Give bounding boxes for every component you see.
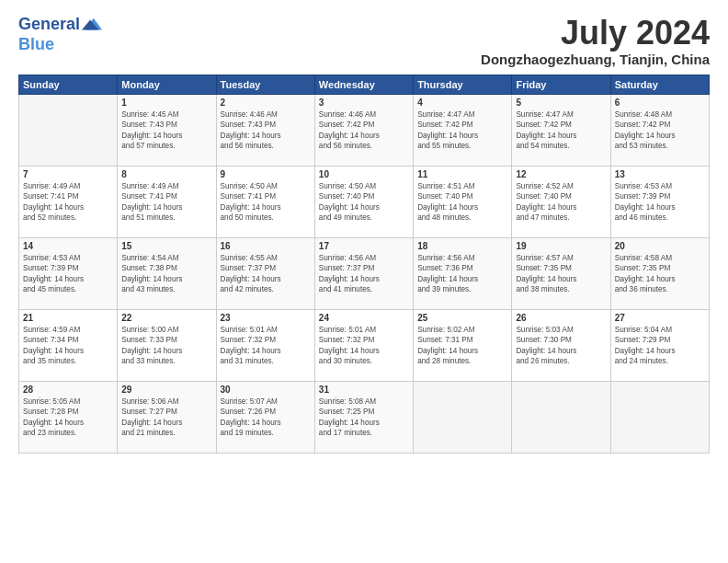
day-number: 23 — [221, 313, 311, 323]
day-header-thursday: Thursday — [414, 75, 512, 94]
calendar-cell: 19Sunrise: 4:57 AM Sunset: 7:35 PM Dayli… — [512, 237, 610, 309]
cell-content: Sunrise: 4:54 AM Sunset: 7:38 PM Dayligh… — [121, 253, 211, 295]
cell-content: Sunrise: 4:50 AM Sunset: 7:40 PM Dayligh… — [319, 181, 409, 224]
calendar-cell: 14Sunrise: 4:53 AM Sunset: 7:39 PM Dayli… — [19, 237, 118, 309]
cell-content: Sunrise: 5:05 AM Sunset: 7:28 PM Dayligh… — [23, 396, 113, 439]
cell-content: Sunrise: 4:53 AM Sunset: 7:39 PM Dayligh… — [615, 181, 705, 224]
cell-content: Sunrise: 4:46 AM Sunset: 7:43 PM Dayligh… — [221, 109, 311, 152]
cell-content: Sunrise: 4:52 AM Sunset: 7:40 PM Dayligh… — [516, 181, 606, 224]
calendar-cell: 25Sunrise: 5:02 AM Sunset: 7:31 PM Dayli… — [414, 309, 512, 381]
logo-blue: Blue — [18, 35, 102, 54]
day-header-friday: Friday — [512, 75, 610, 94]
logo-icon — [82, 15, 102, 35]
header: General Blue July 2024 Dongzhaogezhuang,… — [18, 15, 710, 67]
day-number: 3 — [319, 98, 409, 108]
calendar-cell: 13Sunrise: 4:53 AM Sunset: 7:39 PM Dayli… — [610, 166, 709, 237]
cell-content: Sunrise: 4:58 AM Sunset: 7:35 PM Dayligh… — [615, 253, 705, 295]
calendar-cell: 1Sunrise: 4:45 AM Sunset: 7:43 PM Daylig… — [118, 94, 216, 166]
week-row-5: 28Sunrise: 5:05 AM Sunset: 7:28 PM Dayli… — [19, 381, 710, 453]
cell-content: Sunrise: 4:49 AM Sunset: 7:41 PM Dayligh… — [23, 181, 113, 224]
calendar-table: SundayMondayTuesdayWednesdayThursdayFrid… — [18, 75, 710, 454]
cell-content: Sunrise: 5:08 AM Sunset: 7:25 PM Dayligh… — [319, 396, 409, 439]
cell-content: Sunrise: 4:55 AM Sunset: 7:37 PM Dayligh… — [221, 253, 311, 295]
day-number: 14 — [23, 241, 113, 251]
week-row-2: 7Sunrise: 4:49 AM Sunset: 7:41 PM Daylig… — [19, 166, 710, 237]
calendar-cell — [19, 94, 118, 166]
cell-content: Sunrise: 4:50 AM Sunset: 7:41 PM Dayligh… — [221, 181, 311, 224]
cell-content: Sunrise: 5:06 AM Sunset: 7:27 PM Dayligh… — [121, 396, 211, 439]
calendar-cell: 27Sunrise: 5:04 AM Sunset: 7:29 PM Dayli… — [610, 309, 709, 381]
calendar-cell: 7Sunrise: 4:49 AM Sunset: 7:41 PM Daylig… — [19, 166, 118, 237]
cell-content: Sunrise: 5:00 AM Sunset: 7:33 PM Dayligh… — [121, 325, 211, 367]
day-number: 27 — [615, 313, 705, 323]
day-header-monday: Monday — [118, 75, 216, 94]
calendar-cell: 22Sunrise: 5:00 AM Sunset: 7:33 PM Dayli… — [118, 309, 216, 381]
day-number: 31 — [319, 385, 409, 395]
calendar-cell: 3Sunrise: 4:46 AM Sunset: 7:42 PM Daylig… — [314, 94, 413, 166]
day-number: 28 — [23, 385, 113, 395]
calendar-cell: 17Sunrise: 4:56 AM Sunset: 7:37 PM Dayli… — [314, 237, 413, 309]
day-number: 16 — [221, 241, 311, 251]
calendar-cell: 16Sunrise: 4:55 AM Sunset: 7:37 PM Dayli… — [216, 237, 314, 309]
calendar-cell: 11Sunrise: 4:51 AM Sunset: 7:40 PM Dayli… — [414, 166, 512, 237]
day-number: 10 — [319, 169, 409, 179]
day-number: 8 — [121, 169, 211, 179]
week-row-4: 21Sunrise: 4:59 AM Sunset: 7:34 PM Dayli… — [19, 309, 710, 381]
day-number: 6 — [615, 98, 705, 108]
cell-content: Sunrise: 5:04 AM Sunset: 7:29 PM Dayligh… — [615, 325, 705, 367]
day-number: 26 — [516, 313, 606, 323]
title-block: July 2024 Dongzhaogezhuang, Tianjin, Chi… — [481, 15, 710, 67]
week-row-1: 1Sunrise: 4:45 AM Sunset: 7:43 PM Daylig… — [19, 94, 710, 166]
calendar-cell: 15Sunrise: 4:54 AM Sunset: 7:38 PM Dayli… — [118, 237, 216, 309]
cell-content: Sunrise: 4:47 AM Sunset: 7:42 PM Dayligh… — [417, 109, 507, 152]
calendar-cell: 31Sunrise: 5:08 AM Sunset: 7:25 PM Dayli… — [314, 381, 413, 453]
day-header-tuesday: Tuesday — [216, 75, 314, 94]
days-header-row: SundayMondayTuesdayWednesdayThursdayFrid… — [19, 75, 710, 94]
week-row-3: 14Sunrise: 4:53 AM Sunset: 7:39 PM Dayli… — [19, 237, 710, 309]
calendar-cell: 28Sunrise: 5:05 AM Sunset: 7:28 PM Dayli… — [19, 381, 118, 453]
day-number: 5 — [516, 98, 606, 108]
calendar-cell: 2Sunrise: 4:46 AM Sunset: 7:43 PM Daylig… — [216, 94, 314, 166]
cell-content: Sunrise: 4:53 AM Sunset: 7:39 PM Dayligh… — [23, 253, 113, 295]
day-number: 13 — [615, 169, 705, 179]
calendar-cell: 6Sunrise: 4:48 AM Sunset: 7:42 PM Daylig… — [610, 94, 709, 166]
cell-content: Sunrise: 4:49 AM Sunset: 7:41 PM Dayligh… — [121, 181, 211, 224]
calendar-cell — [414, 381, 512, 453]
day-header-saturday: Saturday — [610, 75, 709, 94]
day-number: 4 — [417, 98, 507, 108]
calendar-cell: 18Sunrise: 4:56 AM Sunset: 7:36 PM Dayli… — [414, 237, 512, 309]
calendar-cell: 10Sunrise: 4:50 AM Sunset: 7:40 PM Dayli… — [314, 166, 413, 237]
cell-content: Sunrise: 4:47 AM Sunset: 7:42 PM Dayligh… — [516, 109, 606, 152]
calendar-cell — [610, 381, 709, 453]
calendar-cell: 21Sunrise: 4:59 AM Sunset: 7:34 PM Dayli… — [19, 309, 118, 381]
month-title: July 2024 — [481, 15, 710, 52]
cell-content: Sunrise: 5:02 AM Sunset: 7:31 PM Dayligh… — [417, 325, 507, 367]
day-number: 19 — [516, 241, 606, 251]
day-number: 15 — [121, 241, 211, 251]
calendar-cell: 23Sunrise: 5:01 AM Sunset: 7:32 PM Dayli… — [216, 309, 314, 381]
cell-content: Sunrise: 5:01 AM Sunset: 7:32 PM Dayligh… — [319, 325, 409, 367]
day-number: 11 — [417, 169, 507, 179]
day-number: 1 — [121, 98, 211, 108]
cell-content: Sunrise: 4:56 AM Sunset: 7:37 PM Dayligh… — [319, 253, 409, 295]
cell-content: Sunrise: 4:48 AM Sunset: 7:42 PM Dayligh… — [615, 109, 705, 152]
day-number: 17 — [319, 241, 409, 251]
cell-content: Sunrise: 4:56 AM Sunset: 7:36 PM Dayligh… — [417, 253, 507, 295]
location: Dongzhaogezhuang, Tianjin, China — [481, 52, 710, 67]
day-number: 22 — [121, 313, 211, 323]
calendar-cell: 4Sunrise: 4:47 AM Sunset: 7:42 PM Daylig… — [414, 94, 512, 166]
cell-content: Sunrise: 4:45 AM Sunset: 7:43 PM Dayligh… — [121, 109, 211, 152]
day-header-wednesday: Wednesday — [314, 75, 413, 94]
cell-content: Sunrise: 4:57 AM Sunset: 7:35 PM Dayligh… — [516, 253, 606, 295]
day-number: 30 — [221, 385, 311, 395]
cell-content: Sunrise: 5:03 AM Sunset: 7:30 PM Dayligh… — [516, 325, 606, 367]
cell-content: Sunrise: 5:07 AM Sunset: 7:26 PM Dayligh… — [221, 396, 311, 439]
calendar-cell: 8Sunrise: 4:49 AM Sunset: 7:41 PM Daylig… — [118, 166, 216, 237]
day-number: 18 — [417, 241, 507, 251]
calendar-cell: 5Sunrise: 4:47 AM Sunset: 7:42 PM Daylig… — [512, 94, 610, 166]
logo: General Blue — [18, 15, 102, 54]
day-number: 24 — [319, 313, 409, 323]
day-number: 2 — [221, 98, 311, 108]
cell-content: Sunrise: 4:51 AM Sunset: 7:40 PM Dayligh… — [417, 181, 507, 224]
calendar-cell: 30Sunrise: 5:07 AM Sunset: 7:26 PM Dayli… — [216, 381, 314, 453]
